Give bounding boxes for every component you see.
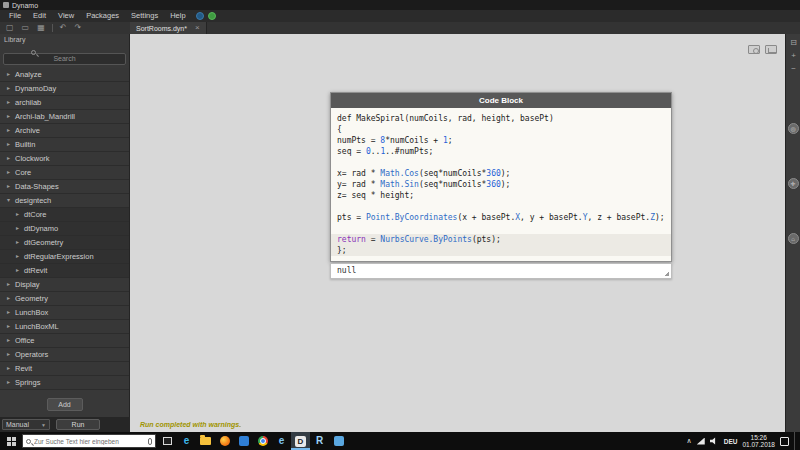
layers-icon[interactable]: ⊟	[786, 38, 800, 47]
menu-view[interactable]: View	[52, 10, 80, 22]
sidebar-item-builtin[interactable]: ▸Builtin	[0, 138, 129, 152]
node-output-preview[interactable]: null	[330, 263, 672, 279]
sidebar-item-label: Analyze	[15, 68, 42, 81]
code-block-body[interactable]: def MakeSpiral(numCoils, rad, height, ba…	[331, 108, 671, 261]
sidebar-item-dtgeometry[interactable]: ▸dtGeometry	[0, 236, 129, 250]
code-line: y= rad * Math.Sin(seq*numCoils*360);	[337, 179, 665, 190]
sidebar-item-label: Operators	[15, 348, 48, 361]
chrome-icon[interactable]	[253, 432, 272, 450]
chevron-down-icon: ▼	[41, 422, 46, 428]
tab-sortrooms[interactable]: SortRooms.dyn* ×	[130, 22, 207, 34]
sidebar-item-data-shapes[interactable]: ▸Data-Shapes	[0, 180, 129, 194]
clock[interactable]: 15:26 01.07.2018	[742, 434, 775, 448]
save-icon[interactable]: ▦	[33, 22, 49, 34]
orbit-button[interactable]: ◎	[788, 123, 799, 134]
sidebar-item-dtrevit[interactable]: ▸dtRevit	[0, 264, 129, 278]
library-search-input[interactable]	[3, 53, 126, 65]
search-icon	[26, 439, 31, 444]
sidebar-item-lunchbox[interactable]: ▸LunchBox	[0, 306, 129, 320]
task-view-icon[interactable]	[158, 432, 177, 450]
sidebar-item-designtech[interactable]: ▾designtech	[0, 194, 129, 208]
background-preview-icon[interactable]	[765, 45, 777, 54]
sidebar-item-operators[interactable]: ▸Operators	[0, 348, 129, 362]
menu-packages[interactable]: Packages	[80, 10, 125, 22]
pan-button[interactable]: ✛	[788, 178, 799, 189]
sidebar-item-display[interactable]: ▸Display	[0, 278, 129, 292]
chevron-right-icon: ▸	[7, 68, 15, 81]
sidebar-item-clockwork[interactable]: ▸Clockwork	[0, 152, 129, 166]
sidebar-item-dtregularexpression[interactable]: ▸dtRegularExpression	[0, 250, 129, 264]
code-line	[337, 157, 665, 168]
chevron-right-icon: ▸	[7, 306, 15, 319]
edge-icon[interactable]: e	[177, 432, 196, 450]
open-file-icon[interactable]: ▭	[18, 22, 34, 34]
language-indicator[interactable]: DEU	[724, 438, 738, 445]
add-package-button[interactable]: Add	[47, 398, 83, 411]
code-block-title[interactable]: Code Block	[331, 93, 671, 108]
action-center-icon[interactable]	[780, 437, 789, 446]
zoom-out-button[interactable]: −	[786, 64, 800, 73]
chevron-right-icon: ▸	[7, 110, 15, 123]
menu-bar: FileEditViewPackagesSettingsHelp	[0, 10, 800, 22]
tray-time: 15:26	[742, 434, 775, 441]
sidebar-item-archive[interactable]: ▸Archive	[0, 124, 129, 138]
run-mode-select[interactable]: Manual ▼	[2, 419, 50, 430]
mail-icon[interactable]	[329, 432, 348, 450]
sidebar-item-analyze[interactable]: ▸Analyze	[0, 68, 129, 82]
network-icon[interactable]	[697, 438, 705, 445]
sidebar-item-dynamoday[interactable]: ▸DynamoDay	[0, 82, 129, 96]
ie-icon[interactable]: e	[272, 432, 291, 450]
sidebar-item-label: Display	[15, 278, 40, 291]
revit-icon[interactable]: R	[310, 432, 329, 450]
taskbar-search[interactable]	[22, 434, 156, 448]
redo-icon[interactable]: ↷	[70, 22, 85, 34]
code-block-node[interactable]: Code Block def MakeSpiral(numCoils, rad,…	[330, 92, 672, 262]
menu-edit[interactable]: Edit	[27, 10, 52, 22]
volume-icon[interactable]	[710, 437, 719, 445]
tab-label: SortRooms.dyn*	[136, 25, 187, 32]
resize-handle[interactable]	[664, 271, 669, 276]
chevron-right-icon: ▸	[16, 236, 24, 249]
sidebar-item-label: Archi-lab_Mandrill	[15, 110, 75, 123]
sidebar-item-lunchboxml[interactable]: ▸LunchBoxML	[0, 320, 129, 334]
sync-status-icon[interactable]	[208, 12, 216, 20]
workspace-canvas[interactable]: Code Block def MakeSpiral(numCoils, rad,…	[130, 34, 785, 432]
firefox-icon[interactable]	[215, 432, 234, 450]
start-button[interactable]	[0, 432, 22, 450]
sidebar-item-revit[interactable]: ▸Revit	[0, 362, 129, 376]
sidebar-item-dtdynamo[interactable]: ▸dtDynamo	[0, 222, 129, 236]
sidebar-item-archi-lab-mandrill[interactable]: ▸Archi-lab_Mandrill	[0, 110, 129, 124]
home-button[interactable]: ⌂	[788, 233, 799, 244]
tray-expand-icon[interactable]: ∧	[687, 437, 692, 445]
chevron-down-icon: ▾	[7, 194, 15, 207]
new-file-icon[interactable]: ▢	[2, 22, 18, 34]
show-desktop-button[interactable]	[794, 432, 797, 450]
chevron-right-icon: ▸	[16, 208, 24, 221]
sidebar-item-springs[interactable]: ▸Springs	[0, 376, 129, 390]
menu-help[interactable]: Help	[164, 10, 191, 22]
photos-icon[interactable]	[234, 432, 253, 450]
sidebar-item-office[interactable]: ▸Office	[0, 334, 129, 348]
taskbar-search-input[interactable]	[34, 438, 142, 445]
microphone-icon[interactable]	[148, 438, 152, 445]
close-tab-icon[interactable]: ×	[195, 23, 200, 33]
sidebar-item-core[interactable]: ▸Core	[0, 166, 129, 180]
library-panel: Library ▸Analyze▸DynamoDay▸archilab▸Arch…	[0, 34, 130, 417]
sidebar-item-label: dtRegularExpression	[24, 250, 94, 263]
sidebar-item-dtcore[interactable]: ▸dtCore	[0, 208, 129, 222]
chevron-right-icon: ▸	[7, 278, 15, 291]
undo-icon[interactable]: ↶	[56, 22, 71, 34]
sidebar-item-geometry[interactable]: ▸Geometry	[0, 292, 129, 306]
sidebar-item-archilab[interactable]: ▸archilab	[0, 96, 129, 110]
dynamo-icon[interactable]: D	[291, 432, 310, 450]
title-bar: Dynamo	[0, 0, 800, 10]
export-image-icon[interactable]	[748, 45, 760, 54]
menu-file[interactable]: File	[3, 10, 27, 22]
run-button[interactable]: Run	[56, 419, 100, 430]
file-explorer-icon[interactable]	[196, 432, 215, 450]
sidebar-item-label: LunchBoxML	[15, 320, 59, 333]
canvas-tools	[748, 45, 777, 54]
notifications-icon[interactable]	[196, 12, 204, 20]
zoom-in-button[interactable]: +	[786, 51, 800, 60]
menu-settings[interactable]: Settings	[125, 10, 164, 22]
